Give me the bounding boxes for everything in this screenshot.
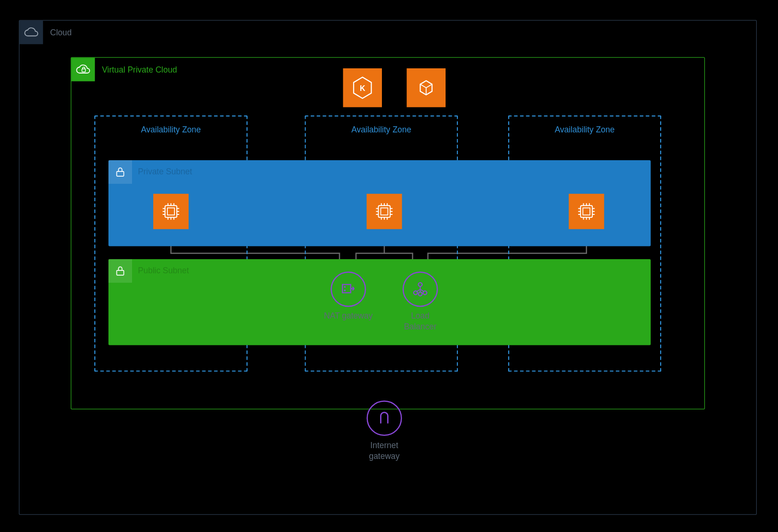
svg-point-47 — [344, 286, 346, 288]
load-balancer-icon — [403, 271, 438, 307]
svg-rect-5 — [167, 208, 174, 215]
eks-service-icon: K — [343, 68, 382, 107]
public-subnet-label: Public Subnet — [138, 266, 189, 275]
svg-rect-46 — [342, 285, 351, 293]
svg-rect-1 — [117, 172, 124, 176]
architecture-diagram: Cloud Virtual Private Cloud Availability… — [0, 0, 778, 532]
compute-instance — [367, 194, 402, 229]
lock-icon — [108, 160, 132, 184]
svg-point-48 — [344, 289, 346, 291]
compute-instance — [569, 194, 604, 229]
vpc-icon — [71, 58, 95, 82]
svg-rect-4 — [165, 205, 177, 217]
svg-rect-2 — [117, 270, 124, 275]
svg-rect-33 — [583, 208, 590, 215]
svg-text:K: K — [360, 84, 365, 92]
vpc-label: Virtual Private Cloud — [102, 65, 177, 74]
az-label: Availability Zone — [306, 125, 457, 134]
svg-rect-32 — [580, 205, 592, 217]
cloud-icon — [19, 21, 43, 44]
svg-rect-0 — [82, 69, 86, 72]
nat-gateway-icon — [331, 271, 366, 307]
container-service-icon — [407, 68, 446, 107]
compute-instance — [153, 194, 189, 229]
svg-point-49 — [418, 283, 422, 286]
nat-gateway-label: NAT gateway — [313, 311, 384, 321]
internet-gateway-label: Internet gateway — [349, 441, 420, 461]
svg-point-51 — [418, 292, 422, 296]
az-label: Availability Zone — [96, 125, 247, 134]
cloud-label: Cloud — [50, 28, 72, 37]
lock-icon — [108, 259, 132, 283]
az-label: Availability Zone — [509, 125, 660, 134]
svg-rect-19 — [381, 208, 388, 215]
load-balancer-label: Load Balancer — [385, 311, 455, 332]
private-subnet-label: Private Subnet — [138, 167, 192, 176]
public-subnet: Public Subnet — [108, 259, 651, 345]
svg-rect-18 — [379, 205, 390, 217]
internet-gateway-icon — [367, 401, 402, 436]
